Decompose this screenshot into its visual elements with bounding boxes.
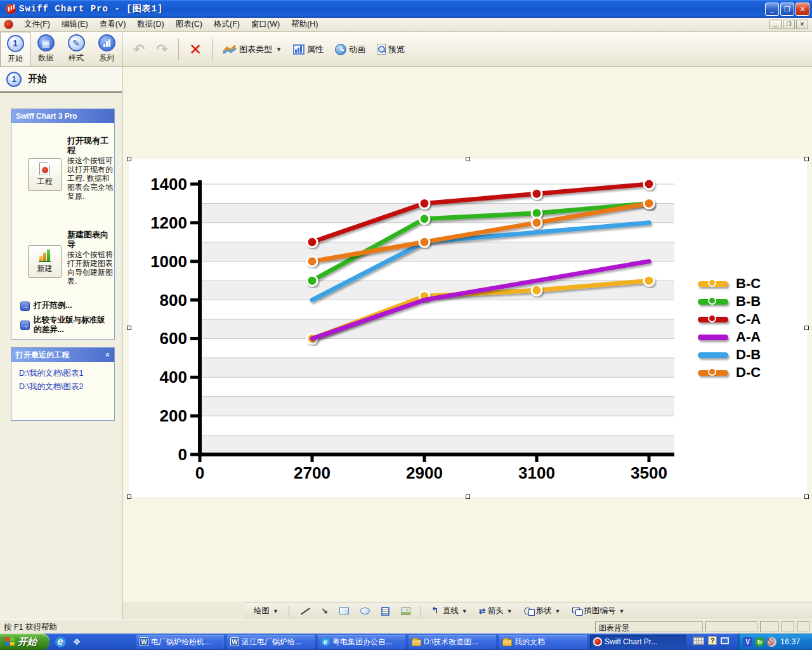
ellipse-tool-button[interactable] bbox=[357, 606, 374, 616]
arrow-shape-button[interactable]: ⇄ 箭头 ▼ bbox=[475, 604, 516, 618]
tray-antivirus-icon[interactable]: V bbox=[743, 637, 752, 647]
document-icon[interactable] bbox=[4, 20, 13, 29]
menu-format[interactable]: 格式(F) bbox=[208, 17, 246, 32]
chevron-down-icon: ▼ bbox=[273, 608, 278, 614]
collapse-chevron-icon[interactable]: » bbox=[103, 353, 112, 357]
recent-project-2[interactable]: D:\我的文档\图表2 bbox=[19, 381, 83, 392]
tab-series[interactable]: 系列 bbox=[91, 32, 122, 66]
status-panel bbox=[782, 621, 794, 632]
toolbar-separator bbox=[289, 606, 289, 617]
taskbar-window-3[interactable]: e 粤电集团办公自... bbox=[318, 635, 405, 649]
legend-label: C-A bbox=[736, 311, 761, 328]
legend-label: D-C bbox=[736, 364, 761, 381]
display-icon[interactable] bbox=[721, 637, 729, 644]
clock: 16:37 bbox=[780, 637, 800, 646]
child-minimize-button[interactable]: _ bbox=[769, 20, 782, 29]
taskbar-window-2[interactable]: W 湛江电厂锅炉给... bbox=[227, 635, 315, 649]
resize-handle-w[interactable] bbox=[127, 326, 131, 330]
svg-text:2900: 2900 bbox=[406, 463, 443, 482]
data-tab-icon: ▦ bbox=[37, 34, 55, 51]
ime-help-icon[interactable]: ? bbox=[708, 636, 717, 645]
start-button[interactable]: 开始 bbox=[0, 633, 49, 650]
resize-handle-s[interactable] bbox=[466, 494, 470, 499]
menu-bar: 文件(F) 编辑(E) 查看(V) 数据(D) 图表(C) 格式(F) 窗口(W… bbox=[0, 18, 812, 32]
keyboard-icon[interactable] bbox=[693, 637, 704, 645]
compare-editions-link[interactable]: → 比较专业版与标准版的差异... bbox=[20, 315, 112, 335]
open-samples-link[interactable]: → 打开范例... bbox=[20, 301, 72, 311]
resize-handle-nw[interactable] bbox=[127, 157, 131, 161]
picture-tool-button[interactable] bbox=[397, 606, 414, 617]
properties-button[interactable]: 属性 bbox=[289, 41, 328, 58]
draw-menu-button[interactable]: 绘图 ▼ bbox=[250, 604, 282, 618]
taskbar-window-5[interactable]: 我的文档 bbox=[499, 635, 587, 649]
menu-view[interactable]: 查看(V) bbox=[94, 17, 132, 32]
resize-handle-e[interactable] bbox=[804, 326, 809, 330]
line-tool-button[interactable] bbox=[296, 605, 313, 618]
shape-button[interactable]: 形状 ▼ bbox=[520, 604, 565, 618]
resize-handle-n[interactable] bbox=[466, 157, 470, 161]
open-project-button[interactable]: 工程 bbox=[28, 158, 62, 191]
chevron-down-icon: ▼ bbox=[276, 46, 282, 53]
menu-file[interactable]: 文件(F) bbox=[18, 17, 56, 32]
status-panel bbox=[760, 621, 779, 632]
series-tab-icon bbox=[98, 34, 115, 51]
tray-muted-icon[interactable]: ⃠ bbox=[767, 637, 776, 647]
chart-canvas[interactable]: 0200400600800100012001400027002900310035… bbox=[129, 159, 807, 497]
quicklaunch-app-icon[interactable]: ❖ bbox=[71, 636, 82, 647]
straight-line-button[interactable]: 直线 ▼ bbox=[428, 604, 471, 618]
legend-item-D-B: D-B bbox=[698, 346, 761, 364]
chevron-down-icon: ▼ bbox=[462, 608, 468, 614]
app-icon bbox=[6, 4, 16, 14]
arrow-icon: → bbox=[20, 321, 30, 330]
tab-start[interactable]: 1 开始 bbox=[0, 32, 30, 66]
taskbar-window-1[interactable]: W 电厂锅炉给粉机... bbox=[136, 635, 224, 649]
preview-button[interactable]: 预览 bbox=[372, 41, 409, 58]
restore-button[interactable]: ❐ bbox=[780, 3, 794, 16]
redo-button[interactable]: ↷ bbox=[152, 39, 172, 60]
child-close-button[interactable]: ✕ bbox=[796, 20, 808, 29]
taskbar-window-active[interactable]: Swiff Chart Pr... bbox=[590, 635, 686, 649]
arrow-icon: ↘ bbox=[321, 606, 328, 616]
menu-window[interactable]: 窗口(W) bbox=[246, 17, 285, 32]
resize-handle-sw[interactable] bbox=[127, 494, 131, 499]
chevron-down-icon: ▼ bbox=[555, 608, 561, 614]
callout-button[interactable]: 插图编号 ▼ bbox=[568, 604, 629, 618]
menu-help[interactable]: 帮助(H) bbox=[285, 17, 324, 32]
legend-item-A-A: A-A bbox=[698, 328, 761, 346]
quicklaunch-ie-icon[interactable]: e bbox=[55, 636, 66, 647]
arrow-tool-button[interactable]: ↘ bbox=[317, 604, 332, 618]
child-restore-button[interactable]: ❐ bbox=[783, 20, 795, 29]
desktop: Swiff Chart Pro - [图表1] _ ❐ ✕ 文件(F) 编辑(E… bbox=[0, 0, 812, 650]
chart-type-button[interactable]: 图表类型 ▼ bbox=[218, 41, 286, 58]
tray-sync-icon[interactable]: ↻ bbox=[755, 637, 764, 647]
delete-button[interactable]: ✕ bbox=[185, 39, 206, 60]
animation-button[interactable]: 动画 bbox=[331, 41, 370, 58]
svg-text:0: 0 bbox=[195, 463, 204, 482]
recent-project-1[interactable]: D:\我的文档\图表1 bbox=[19, 368, 83, 379]
svg-text:400: 400 bbox=[160, 368, 187, 387]
tab-style[interactable]: ✎ 样式 bbox=[61, 32, 91, 66]
menu-chart[interactable]: 图表(C) bbox=[170, 17, 208, 32]
menu-edit[interactable]: 编辑(E) bbox=[56, 17, 94, 32]
rectangle-icon bbox=[339, 607, 349, 614]
window-title: Swiff Chart Pro - [图表1] bbox=[19, 3, 163, 15]
sidebar: 1 开始 Swiff Chart 3 Pro 打开现有工程 工程 按这个按钮可以… bbox=[0, 67, 122, 620]
rectangle-tool-button[interactable] bbox=[336, 606, 353, 616]
minimize-button[interactable]: _ bbox=[765, 3, 779, 16]
legend-item-C-A: C-A bbox=[698, 310, 761, 328]
tab-data[interactable]: ▦ 数据 bbox=[30, 32, 61, 66]
close-button[interactable]: ✕ bbox=[796, 3, 809, 16]
resize-handle-ne[interactable] bbox=[804, 157, 809, 161]
new-chart-button-label: 新建 bbox=[37, 263, 53, 274]
menu-data[interactable]: 数据(D) bbox=[131, 17, 169, 32]
undo-button[interactable]: ↶ bbox=[129, 39, 149, 60]
new-chart-button[interactable]: 新建 bbox=[28, 245, 62, 278]
textbox-icon bbox=[381, 607, 390, 616]
textbox-tool-button[interactable] bbox=[377, 605, 393, 618]
taskbar-window-4[interactable]: D:\技术改造图... bbox=[409, 635, 496, 649]
animation-label: 动画 bbox=[349, 44, 365, 55]
compare-editions-label: 比较专业版与标准版的差异... bbox=[34, 315, 112, 335]
resize-handle-se[interactable] bbox=[804, 494, 809, 499]
title-bar: Swiff Chart Pro - [图表1] _ ❐ ✕ bbox=[0, 0, 812, 18]
recent-panel-header[interactable]: 打开最近的工程 » bbox=[11, 348, 114, 362]
